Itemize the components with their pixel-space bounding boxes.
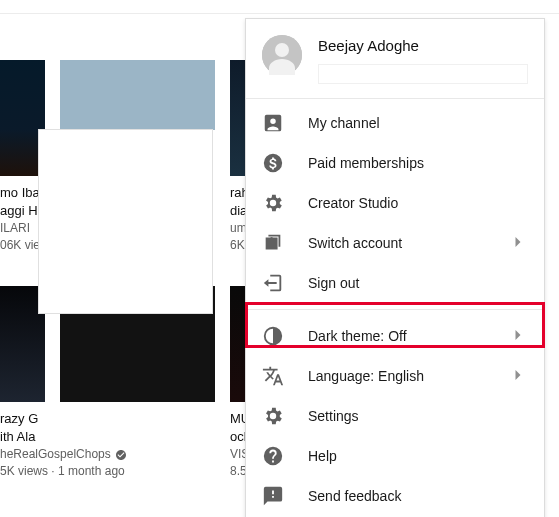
channel-name-text: heRealGospelChops — [0, 446, 111, 463]
switch-account-icon — [262, 232, 284, 254]
chevron-right-icon — [508, 325, 528, 348]
menu-label: Help — [308, 448, 528, 464]
svg-point-1 — [275, 43, 289, 57]
channel-name[interactable]: heRealGospelChops — [0, 446, 210, 463]
menu-label: Send feedback — [308, 488, 528, 504]
account-menu-panel: Beejay Adoghe My channel Paid membership… — [245, 18, 545, 517]
account-box-icon — [262, 112, 284, 134]
menu-label: My channel — [308, 115, 528, 131]
gear-icon — [262, 405, 284, 427]
verified-badge-icon — [115, 449, 127, 461]
menu-label: Paid memberships — [308, 155, 528, 171]
chevron-right-icon — [508, 365, 528, 388]
translate-icon — [262, 365, 284, 387]
blank-overlay — [38, 129, 213, 314]
account-menu-list: My channel Paid memberships Creator Stud… — [246, 99, 544, 517]
account-name: Beejay Adoghe — [318, 35, 528, 54]
avatar[interactable] — [262, 35, 302, 75]
menu-send-feedback[interactable]: Send feedback — [246, 476, 544, 516]
help-icon — [262, 445, 284, 467]
video-stats: 5K views · 1 month ago — [0, 463, 210, 480]
sign-out-icon — [262, 272, 284, 294]
menu-label: Switch account — [308, 235, 484, 251]
menu-help[interactable]: Help — [246, 436, 544, 476]
account-header: Beejay Adoghe — [246, 19, 544, 99]
video-title[interactable]: ith Ala — [0, 428, 210, 446]
menu-label: Language: English — [308, 368, 484, 384]
menu-my-channel[interactable]: My channel — [246, 103, 544, 143]
menu-language[interactable]: Language: English — [246, 356, 544, 396]
dark-theme-icon — [262, 325, 284, 347]
menu-switch-account[interactable]: Switch account — [246, 223, 544, 263]
menu-creator-studio[interactable]: Creator Studio — [246, 183, 544, 223]
menu-label: Dark theme: Off — [308, 328, 484, 344]
menu-label: Sign out — [308, 275, 528, 291]
video-thumbnail[interactable] — [60, 60, 215, 130]
menu-divider — [246, 309, 544, 310]
menu-dark-theme[interactable]: Dark theme: Off — [246, 316, 544, 356]
menu-settings[interactable]: Settings — [246, 396, 544, 436]
account-sub-placeholder — [318, 64, 528, 84]
menu-sign-out[interactable]: Sign out — [246, 263, 544, 303]
gear-icon — [262, 192, 284, 214]
chevron-right-icon — [508, 232, 528, 255]
feedback-icon — [262, 485, 284, 507]
video-title[interactable]: razy G — [0, 410, 210, 428]
paid-icon — [262, 152, 284, 174]
menu-label: Creator Studio — [308, 195, 528, 211]
menu-label: Settings — [308, 408, 528, 424]
top-divider — [0, 0, 559, 14]
video-meta: razy G ith Ala heRealGospelChops 5K view… — [0, 410, 210, 480]
menu-paid-memberships[interactable]: Paid memberships — [246, 143, 544, 183]
